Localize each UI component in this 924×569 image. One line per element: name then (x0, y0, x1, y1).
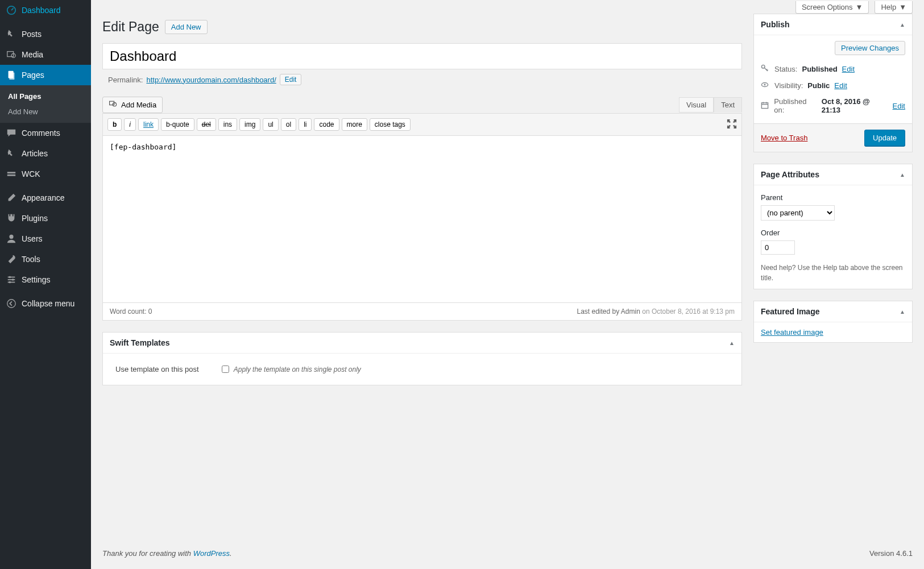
qt-link[interactable]: link (138, 118, 159, 131)
editor-tab-text[interactable]: Text (714, 97, 742, 113)
topbar: Screen Options ▼ Help ▼ (91, 0, 924, 14)
sidebar-item-plugins[interactable]: Plugins (0, 208, 91, 229)
svg-point-17 (761, 65, 765, 68)
featured-image-title: Featured Image (761, 307, 819, 316)
sidebar-label: Users (22, 234, 43, 243)
collapse-icon (6, 298, 17, 309)
help-label: Help (881, 3, 896, 11)
move-to-trash-link[interactable]: Move to Trash (761, 134, 807, 142)
editor-tab-visual[interactable]: Visual (679, 97, 714, 113)
sidebar-item-appearance[interactable]: Appearance (0, 188, 91, 208)
wck-icon (6, 168, 17, 180)
sidebar-label: WCK (22, 169, 40, 178)
page-attributes-header[interactable]: Page Attributes ▲ (754, 164, 912, 185)
sidebar-label: Settings (22, 275, 51, 284)
sidebar-item-tools[interactable]: Tools (0, 249, 91, 269)
add-media-button[interactable]: Add Media (102, 97, 163, 113)
key-icon (761, 64, 770, 74)
pages-icon (6, 69, 17, 81)
qt-img[interactable]: img (239, 118, 260, 131)
sidebar-item-articles[interactable]: Articles (0, 143, 91, 164)
permalink-edit-button[interactable]: Edit (280, 74, 302, 85)
sidebar-collapse[interactable]: Collapse menu (0, 293, 91, 314)
update-button[interactable]: Update (864, 130, 905, 146)
footer-version: Version 4.6.1 (869, 549, 913, 558)
qt-ol[interactable]: ol (281, 118, 296, 131)
sidebar-item-dashboard[interactable]: Dashboard (0, 0, 91, 20)
swift-apply-checkbox[interactable] (222, 366, 229, 373)
parent-label: Parent (761, 193, 905, 202)
sidebar-label: Media (22, 50, 43, 59)
pin-icon (6, 28, 17, 40)
qt-del[interactable]: del (197, 118, 216, 131)
sidebar-item-settings[interactable]: Settings (0, 269, 91, 290)
qt-more[interactable]: more (342, 118, 367, 131)
chevron-down-icon: ▼ (899, 3, 906, 11)
fullscreen-icon[interactable] (727, 119, 737, 131)
swift-templates-metabox: Swift Templates ▲ Use template on this p… (102, 332, 742, 385)
qt-code[interactable]: code (314, 118, 339, 131)
sidebar-item-wck[interactable]: WCK (0, 164, 91, 184)
help-button[interactable]: Help ▼ (875, 1, 913, 14)
qt-bold[interactable]: b (107, 118, 122, 131)
sidebar-item-pages[interactable]: Pages (0, 65, 91, 85)
sidebar-label: Pages (22, 70, 44, 80)
publish-title: Publish (761, 20, 790, 29)
svg-rect-5 (7, 172, 15, 173)
user-icon (6, 233, 17, 244)
sidebar-item-posts[interactable]: Posts (0, 24, 91, 44)
word-count: Word count: 0 (110, 308, 152, 315)
sidebar-label: Dashboard (22, 6, 61, 15)
wrench-icon (6, 254, 17, 265)
status-value: Published (802, 65, 837, 73)
swift-templates-title: Swift Templates (110, 338, 170, 347)
qt-italic[interactable]: i (124, 118, 136, 131)
add-new-button[interactable]: Add New (165, 20, 208, 34)
admin-sidebar: Dashboard Posts Media Pages All Pages Ad… (0, 0, 91, 569)
media-icon (6, 49, 17, 60)
sidebar-sub-add-new[interactable]: Add New (0, 104, 91, 119)
qt-li[interactable]: li (299, 118, 312, 131)
screen-options-button[interactable]: Screen Options ▼ (795, 1, 869, 14)
permalink-url[interactable]: http://www.yourdomain.com/dashboard/ (146, 76, 276, 84)
chevron-up-icon: ▲ (900, 309, 905, 315)
last-edited: Last edited by Admin on October 8, 2016 … (577, 308, 735, 315)
svg-point-11 (9, 276, 11, 279)
visibility-edit-link[interactable]: Edit (834, 81, 847, 90)
status-label: Status: (774, 65, 797, 73)
sidebar-submenu: All Pages Add New (0, 85, 91, 123)
qt-ul[interactable]: ul (263, 118, 278, 131)
sidebar-item-media[interactable]: Media (0, 44, 91, 65)
status-edit-link[interactable]: Edit (842, 65, 855, 73)
svg-point-7 (9, 235, 13, 239)
swift-use-label: Use template on this post (115, 365, 199, 373)
page-title: Edit Page (102, 19, 159, 35)
svg-rect-20 (761, 102, 768, 108)
content-textarea[interactable]: [fep-dashboard] (103, 136, 741, 301)
pin-icon (6, 148, 17, 159)
publish-header[interactable]: Publish ▲ (754, 14, 912, 35)
qt-close-tags[interactable]: close tags (370, 118, 411, 131)
editor-container: b i link b-quote del ins img ul ol li co… (102, 113, 742, 321)
order-input[interactable] (761, 240, 795, 255)
order-label: Order (761, 229, 905, 237)
swift-templates-header[interactable]: Swift Templates ▲ (103, 333, 741, 354)
page-attributes-title: Page Attributes (761, 170, 819, 179)
published-label: Published on: (774, 97, 817, 114)
post-title-input[interactable] (102, 43, 742, 69)
featured-image-header[interactable]: Featured Image ▲ (754, 301, 912, 322)
sidebar-item-comments[interactable]: Comments (0, 123, 91, 143)
qt-ins[interactable]: ins (218, 118, 237, 131)
published-edit-link[interactable]: Edit (893, 102, 905, 110)
parent-select[interactable]: (no parent) (761, 205, 835, 221)
set-featured-image-link[interactable]: Set featured image (761, 328, 823, 337)
media-icon (109, 99, 118, 110)
sidebar-sub-all-pages[interactable]: All Pages (0, 89, 91, 104)
brush-icon (6, 192, 17, 203)
sidebar-label: Collapse menu (22, 299, 74, 308)
footer-wp-link[interactable]: WordPress (193, 549, 230, 558)
plugin-icon (6, 213, 17, 224)
sidebar-item-users[interactable]: Users (0, 229, 91, 249)
qt-bquote[interactable]: b-quote (161, 118, 194, 131)
preview-changes-button[interactable]: Preview Changes (835, 41, 905, 55)
